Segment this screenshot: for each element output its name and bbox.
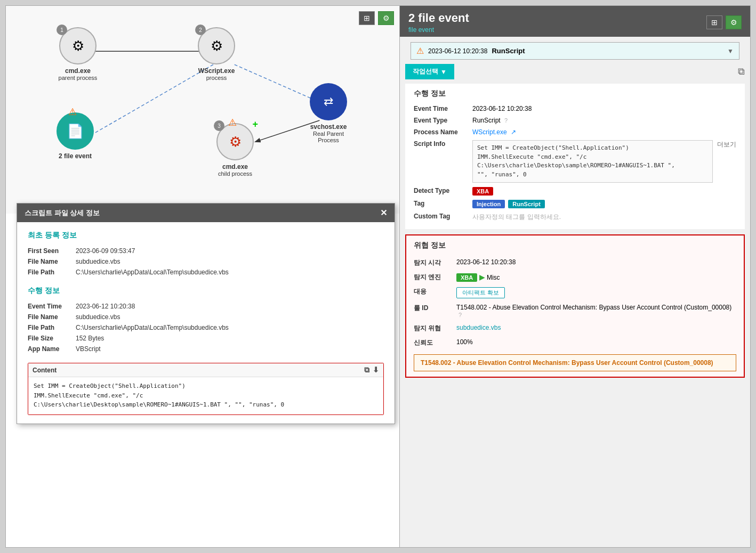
event-type-label: RunScript [492,47,525,55]
field-value: Set IMM = CreateObject("Shell.Applicatio… [472,138,736,185]
right-header: 2 file event file event ⊞ ⚙ [400,6,750,37]
script-info-box: Set IMM = CreateObject("Shell.Applicatio… [472,140,713,183]
table-row: Event Type RunScript ? [414,115,736,126]
table-row: App Name VBScript [28,344,384,354]
table-row: File Path C:\Users\charlie\AppData\Local… [28,267,384,278]
field-value: WScript.exe ↗ [472,126,736,138]
field-value: XBA [472,185,736,198]
field-value: C:\Users\charlie\AppData\Local\Temp\subd… [76,267,384,278]
field-label: File Path [28,322,76,333]
table-row: 신뢰도 100% [414,336,736,350]
rule-help-icon[interactable]: ? [459,312,462,318]
field-value: 2023-06-12 10:20:38 [76,301,384,312]
dialog-header: 스크립트 파일 상세 정보 ✕ [17,204,395,222]
dialog-close-button[interactable]: ✕ [380,208,387,218]
node-wscript[interactable]: 2 ⚙ WScript.exe process [198,27,235,64]
script-row: Set IMM = CreateObject("Shell.Applicatio… [472,140,736,183]
page-title: 2 file event [408,11,469,25]
help-icon[interactable]: ? [504,117,508,124]
table-row: Event Time 2023-06-12 10:20:38 [28,301,384,312]
node-badge-1: 1 [57,25,67,35]
execution-info-title: 수행 정보 [414,89,736,99]
table-row: Custom Tag 사용자정의 태그를 입력하세요. [414,210,736,224]
settings-button[interactable]: ⚙ [378,11,394,25]
field-value: 152 Bytes [76,333,384,344]
field-value: Injection RunScript [472,198,736,210]
list-view-button[interactable]: ⊞ [706,15,722,29]
table-row: Detect Type XBA [414,185,736,198]
process-name-link[interactable]: WScript.exe [472,128,507,136]
action-select-button[interactable]: 작업선택 ▼ [405,64,454,79]
field-label: 탐지 위협 [414,321,456,336]
node-cmd-parent[interactable]: 1 ⚙ cmd.exe parent process [59,27,96,64]
graph-area: ⊞ ⚙ [6,6,399,214]
node-label-cmd-child: cmd.exe child process [214,163,256,177]
field-label: Event Time [28,301,76,312]
content-box: Content ⧉ ⬇ Set IMM = CreateObject("Shel… [28,363,384,415]
field-label: Tag [414,198,472,210]
field-label: File Path [28,267,76,278]
action-chevron-icon: ▼ [440,68,447,76]
expand-icon[interactable]: ⧉ [738,66,745,77]
alert-warning-icon: ⚠ [228,117,237,128]
field-label: Custom Tag [414,210,472,224]
field-value: XBA ▶ Misc [456,270,736,284]
execution-section-title: 수행 정보 [28,286,384,296]
copy-icon[interactable]: ⧉ [364,365,369,375]
field-label: 탐지 시각 [414,256,456,270]
node-badge-3: 3 [214,120,224,131]
field-label: 대응 [414,284,456,301]
node-svchost[interactable]: ⇄ svchost.exe Real Parent Process [310,83,347,120]
execution-table: Event Time 2023-06-12 10:20:38 File Name… [28,301,384,354]
external-link-icon[interactable]: ↗ [511,128,516,136]
table-row: Process Name WScript.exe ↗ [414,126,736,138]
table-row: 룰 ID T1548.002 - Abuse Elevation Control… [414,301,736,321]
table-row: 대응 아티팩트 확보 [414,284,736,301]
node-file-event[interactable]: ⚠ 📄 2 file event [57,112,94,150]
right-settings-button[interactable]: ⚙ [726,15,742,29]
field-label: 룰 ID [414,301,456,321]
field-value: 아티팩트 확보 [456,284,736,301]
field-label: First Seen [28,246,76,256]
event-selector-container: ⚠ 2023-06-12 10:20:38 RunScript ▼ [405,42,745,60]
arrow-icon: ▶ [479,273,485,281]
event-chevron-icon[interactable]: ▼ [727,47,734,55]
threat-highlight-box: T1548.002 - Abuse Elevation Control Mech… [414,354,736,371]
field-label: File Size [28,333,76,344]
field-label: File Name [28,256,76,267]
detect-type-badge: XBA [472,187,493,196]
threat-link[interactable]: subduedice.vbs [456,324,501,331]
node-cmd-child[interactable]: 3 ⚙ + cmd.exe child process ⚠ [216,123,254,160]
field-label: File Name [28,312,76,322]
registration-table: First Seen 2023-06-09 09:53:47 File Name… [28,246,384,278]
field-label: Detect Type [414,185,472,198]
field-value: VBScript [76,344,384,354]
field-label: 탐지 엔진 [414,270,456,284]
event-selector[interactable]: ⚠ 2023-06-12 10:20:38 RunScript ▼ [411,42,739,60]
node-label-svchost: svchost.exe Real Parent Process [302,123,355,143]
custom-tag-input[interactable]: 사용자정의 태그를 입력하세요. [472,213,561,221]
table-row: File Path C:\Users\charlie\AppData\Local… [28,322,384,333]
artifact-button[interactable]: 아티팩트 확보 [456,287,505,298]
field-label: Event Time [414,103,472,115]
table-row: File Name subduedice.vbs [28,256,384,267]
page-subtitle: file event [408,26,469,34]
threat-section-title: 위협 정보 [414,241,736,250]
download-icon[interactable]: ⬇ [373,365,379,375]
detail-table: Event Time 2023-06-12 10:20:38 Event Typ… [414,103,736,224]
field-value: C:\Users\charlie\AppData\Local\Temp\subd… [76,322,384,333]
content-code: Set IMM = CreateObject("Shell.Applicatio… [28,377,383,414]
field-label: 신뢰도 [414,336,456,350]
grid-view-button[interactable]: ⊞ [359,11,375,25]
dialog-body: 최초 등록 정보 First Seen 2023-06-09 09:53:47 … [17,222,395,424]
file-alert-icon: ⚠ [68,106,77,118]
node-badge-2: 2 [195,25,206,35]
main-container: ⊞ ⚙ [0,0,756,553]
node-label-file-event: 2 file event [49,152,102,160]
table-row: 탐지 위협 subduedice.vbs [414,321,736,336]
more-link[interactable]: 더보기 [717,140,736,149]
table-row: File Name subduedice.vbs [28,312,384,322]
field-value: subduedice.vbs [76,256,384,267]
dialog-title: 스크립트 파일 상세 정보 [25,208,100,218]
field-label: Event Type [414,115,472,126]
